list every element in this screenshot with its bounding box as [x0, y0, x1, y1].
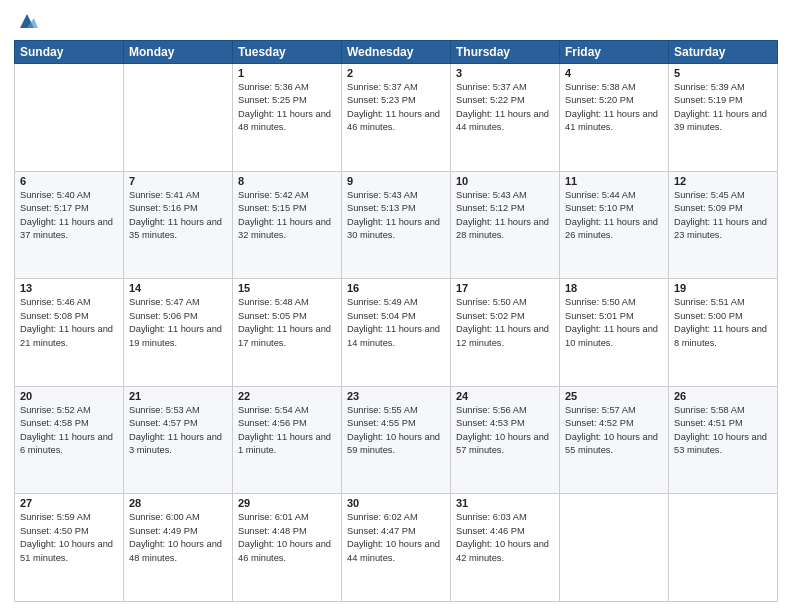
- day-number: 21: [129, 390, 227, 402]
- page: SundayMondayTuesdayWednesdayThursdayFrid…: [0, 0, 792, 612]
- col-header-saturday: Saturday: [669, 41, 778, 64]
- day-number: 28: [129, 497, 227, 509]
- calendar-cell: 21Sunrise: 5:53 AM Sunset: 4:57 PM Dayli…: [124, 386, 233, 494]
- calendar-cell: 2Sunrise: 5:37 AM Sunset: 5:23 PM Daylig…: [342, 64, 451, 172]
- calendar-cell: 27Sunrise: 5:59 AM Sunset: 4:50 PM Dayli…: [15, 494, 124, 602]
- logo: [14, 10, 38, 32]
- calendar-header-row: SundayMondayTuesdayWednesdayThursdayFrid…: [15, 41, 778, 64]
- day-info: Sunrise: 6:02 AM Sunset: 4:47 PM Dayligh…: [347, 511, 445, 565]
- day-info: Sunrise: 5:57 AM Sunset: 4:52 PM Dayligh…: [565, 404, 663, 458]
- day-number: 18: [565, 282, 663, 294]
- day-number: 22: [238, 390, 336, 402]
- header: [14, 10, 778, 32]
- day-info: Sunrise: 5:50 AM Sunset: 5:01 PM Dayligh…: [565, 296, 663, 350]
- calendar-week-3: 13Sunrise: 5:46 AM Sunset: 5:08 PM Dayli…: [15, 279, 778, 387]
- day-number: 16: [347, 282, 445, 294]
- day-number: 20: [20, 390, 118, 402]
- day-number: 7: [129, 175, 227, 187]
- day-number: 3: [456, 67, 554, 79]
- calendar-cell: 19Sunrise: 5:51 AM Sunset: 5:00 PM Dayli…: [669, 279, 778, 387]
- day-number: 8: [238, 175, 336, 187]
- day-number: 4: [565, 67, 663, 79]
- day-number: 24: [456, 390, 554, 402]
- day-info: Sunrise: 5:58 AM Sunset: 4:51 PM Dayligh…: [674, 404, 772, 458]
- day-number: 11: [565, 175, 663, 187]
- calendar-cell: 30Sunrise: 6:02 AM Sunset: 4:47 PM Dayli…: [342, 494, 451, 602]
- day-info: Sunrise: 5:42 AM Sunset: 5:15 PM Dayligh…: [238, 189, 336, 243]
- day-info: Sunrise: 5:55 AM Sunset: 4:55 PM Dayligh…: [347, 404, 445, 458]
- day-number: 6: [20, 175, 118, 187]
- calendar-week-4: 20Sunrise: 5:52 AM Sunset: 4:58 PM Dayli…: [15, 386, 778, 494]
- calendar-cell: 3Sunrise: 5:37 AM Sunset: 5:22 PM Daylig…: [451, 64, 560, 172]
- day-number: 26: [674, 390, 772, 402]
- day-number: 30: [347, 497, 445, 509]
- calendar-cell: 26Sunrise: 5:58 AM Sunset: 4:51 PM Dayli…: [669, 386, 778, 494]
- calendar-cell: 14Sunrise: 5:47 AM Sunset: 5:06 PM Dayli…: [124, 279, 233, 387]
- day-info: Sunrise: 5:53 AM Sunset: 4:57 PM Dayligh…: [129, 404, 227, 458]
- day-info: Sunrise: 5:43 AM Sunset: 5:13 PM Dayligh…: [347, 189, 445, 243]
- calendar-cell: 9Sunrise: 5:43 AM Sunset: 5:13 PM Daylig…: [342, 171, 451, 279]
- calendar-cell: 17Sunrise: 5:50 AM Sunset: 5:02 PM Dayli…: [451, 279, 560, 387]
- calendar-cell: 28Sunrise: 6:00 AM Sunset: 4:49 PM Dayli…: [124, 494, 233, 602]
- calendar-cell: 15Sunrise: 5:48 AM Sunset: 5:05 PM Dayli…: [233, 279, 342, 387]
- day-number: 5: [674, 67, 772, 79]
- day-info: Sunrise: 5:44 AM Sunset: 5:10 PM Dayligh…: [565, 189, 663, 243]
- day-info: Sunrise: 5:45 AM Sunset: 5:09 PM Dayligh…: [674, 189, 772, 243]
- day-info: Sunrise: 6:03 AM Sunset: 4:46 PM Dayligh…: [456, 511, 554, 565]
- calendar-cell: 16Sunrise: 5:49 AM Sunset: 5:04 PM Dayli…: [342, 279, 451, 387]
- day-number: 23: [347, 390, 445, 402]
- calendar-cell: 23Sunrise: 5:55 AM Sunset: 4:55 PM Dayli…: [342, 386, 451, 494]
- day-info: Sunrise: 5:41 AM Sunset: 5:16 PM Dayligh…: [129, 189, 227, 243]
- day-number: 31: [456, 497, 554, 509]
- calendar-cell: 6Sunrise: 5:40 AM Sunset: 5:17 PM Daylig…: [15, 171, 124, 279]
- day-info: Sunrise: 5:40 AM Sunset: 5:17 PM Dayligh…: [20, 189, 118, 243]
- day-info: Sunrise: 5:43 AM Sunset: 5:12 PM Dayligh…: [456, 189, 554, 243]
- day-info: Sunrise: 5:37 AM Sunset: 5:23 PM Dayligh…: [347, 81, 445, 135]
- calendar-cell: 11Sunrise: 5:44 AM Sunset: 5:10 PM Dayli…: [560, 171, 669, 279]
- calendar-cell: 7Sunrise: 5:41 AM Sunset: 5:16 PM Daylig…: [124, 171, 233, 279]
- day-info: Sunrise: 5:51 AM Sunset: 5:00 PM Dayligh…: [674, 296, 772, 350]
- day-info: Sunrise: 5:36 AM Sunset: 5:25 PM Dayligh…: [238, 81, 336, 135]
- calendar-week-1: 1Sunrise: 5:36 AM Sunset: 5:25 PM Daylig…: [15, 64, 778, 172]
- day-info: Sunrise: 5:52 AM Sunset: 4:58 PM Dayligh…: [20, 404, 118, 458]
- day-number: 25: [565, 390, 663, 402]
- calendar-cell: 1Sunrise: 5:36 AM Sunset: 5:25 PM Daylig…: [233, 64, 342, 172]
- day-number: 9: [347, 175, 445, 187]
- calendar-cell: [124, 64, 233, 172]
- day-info: Sunrise: 5:49 AM Sunset: 5:04 PM Dayligh…: [347, 296, 445, 350]
- calendar-cell: 18Sunrise: 5:50 AM Sunset: 5:01 PM Dayli…: [560, 279, 669, 387]
- calendar-cell: 31Sunrise: 6:03 AM Sunset: 4:46 PM Dayli…: [451, 494, 560, 602]
- calendar-cell: 10Sunrise: 5:43 AM Sunset: 5:12 PM Dayli…: [451, 171, 560, 279]
- day-info: Sunrise: 5:56 AM Sunset: 4:53 PM Dayligh…: [456, 404, 554, 458]
- calendar-table: SundayMondayTuesdayWednesdayThursdayFrid…: [14, 40, 778, 602]
- calendar-cell: [669, 494, 778, 602]
- day-info: Sunrise: 6:00 AM Sunset: 4:49 PM Dayligh…: [129, 511, 227, 565]
- calendar-cell: 12Sunrise: 5:45 AM Sunset: 5:09 PM Dayli…: [669, 171, 778, 279]
- day-number: 15: [238, 282, 336, 294]
- col-header-monday: Monday: [124, 41, 233, 64]
- col-header-sunday: Sunday: [15, 41, 124, 64]
- day-info: Sunrise: 5:50 AM Sunset: 5:02 PM Dayligh…: [456, 296, 554, 350]
- col-header-friday: Friday: [560, 41, 669, 64]
- day-info: Sunrise: 5:39 AM Sunset: 5:19 PM Dayligh…: [674, 81, 772, 135]
- calendar-cell: 13Sunrise: 5:46 AM Sunset: 5:08 PM Dayli…: [15, 279, 124, 387]
- day-info: Sunrise: 5:46 AM Sunset: 5:08 PM Dayligh…: [20, 296, 118, 350]
- day-number: 10: [456, 175, 554, 187]
- calendar-cell: 5Sunrise: 5:39 AM Sunset: 5:19 PM Daylig…: [669, 64, 778, 172]
- calendar-cell: 24Sunrise: 5:56 AM Sunset: 4:53 PM Dayli…: [451, 386, 560, 494]
- day-number: 13: [20, 282, 118, 294]
- day-number: 12: [674, 175, 772, 187]
- logo-icon: [16, 10, 38, 32]
- day-number: 29: [238, 497, 336, 509]
- day-info: Sunrise: 5:54 AM Sunset: 4:56 PM Dayligh…: [238, 404, 336, 458]
- day-number: 1: [238, 67, 336, 79]
- day-info: Sunrise: 5:59 AM Sunset: 4:50 PM Dayligh…: [20, 511, 118, 565]
- calendar-cell: 22Sunrise: 5:54 AM Sunset: 4:56 PM Dayli…: [233, 386, 342, 494]
- calendar-cell: 29Sunrise: 6:01 AM Sunset: 4:48 PM Dayli…: [233, 494, 342, 602]
- day-info: Sunrise: 5:38 AM Sunset: 5:20 PM Dayligh…: [565, 81, 663, 135]
- calendar-cell: 8Sunrise: 5:42 AM Sunset: 5:15 PM Daylig…: [233, 171, 342, 279]
- calendar-cell: 25Sunrise: 5:57 AM Sunset: 4:52 PM Dayli…: [560, 386, 669, 494]
- col-header-wednesday: Wednesday: [342, 41, 451, 64]
- day-info: Sunrise: 5:37 AM Sunset: 5:22 PM Dayligh…: [456, 81, 554, 135]
- calendar-cell: [560, 494, 669, 602]
